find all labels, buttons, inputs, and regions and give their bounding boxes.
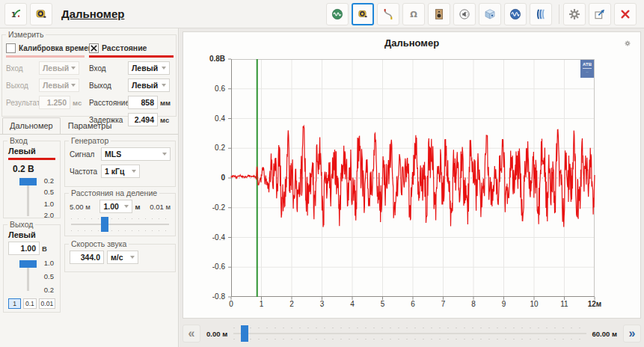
chevron-down-icon	[71, 84, 76, 87]
x-axis-labels: 0123456789101112м	[231, 300, 595, 310]
output-group-label: Выход	[7, 220, 35, 229]
tab-parameters[interactable]: Параметры	[61, 117, 120, 134]
scroll-right-button[interactable]: »	[623, 325, 641, 343]
scroll-track[interactable]	[233, 325, 586, 342]
range-button-1[interactable]: 1	[8, 298, 21, 309]
tool-sine-button[interactable]	[504, 3, 527, 25]
input-group: Вход Левый 0.2 В 0.2 0.5 1.0 2.0	[3, 141, 61, 218]
tool-3d-button[interactable]	[479, 3, 501, 25]
chart-settings-button[interactable]	[620, 36, 635, 51]
scroll-left-button[interactable]: «	[183, 325, 200, 343]
window-icon-button[interactable]	[30, 3, 52, 25]
tool-speaker-button[interactable]	[428, 3, 450, 25]
app-logo-button[interactable]	[4, 3, 27, 25]
y-tick-label: -0.4	[212, 233, 225, 242]
slider-track[interactable]	[71, 224, 169, 225]
wave-circle-icon	[331, 5, 343, 23]
distance-output-select[interactable]: Левый	[128, 79, 170, 92]
settings-button[interactable]	[563, 3, 586, 25]
tool-polar-button[interactable]	[453, 3, 476, 25]
gear-icon	[625, 37, 631, 49]
distance-checkbox[interactable]	[89, 43, 99, 53]
x-tick-label: 4	[343, 300, 361, 308]
scroll-track-line	[233, 333, 586, 334]
tool-cable-button[interactable]	[377, 3, 399, 25]
output-level-slider[interactable]: 1.0 0.5 0.2	[8, 260, 55, 294]
scroll-handle[interactable]	[241, 325, 248, 342]
close-button[interactable]	[614, 3, 637, 25]
tick-label: 0.2	[44, 177, 54, 185]
chevron-down-icon	[162, 67, 166, 70]
scroll-end-label: 60.00 м	[592, 330, 617, 338]
distance-underline	[89, 55, 174, 58]
field-label: Вход	[89, 64, 128, 73]
x-tick-label: 8	[464, 300, 482, 308]
slider-handle[interactable]	[19, 260, 37, 268]
cube-3d-icon	[484, 5, 496, 23]
range-button-0.1[interactable]: 0.1	[23, 298, 37, 309]
division-max: 0.01 м	[150, 203, 171, 211]
input-value: 858	[141, 98, 154, 107]
calibration-input-select[interactable]: Левый	[39, 61, 79, 75]
measure-group: Измерить Калибровка времени Вход Левый В…	[1, 34, 177, 117]
tab-rangefinder[interactable]: Дальномер	[2, 117, 61, 134]
calibration-output-select[interactable]: Левый	[39, 79, 79, 92]
calibration-result-input[interactable]: 1.250	[39, 96, 70, 109]
distance-input-select[interactable]: Левый	[128, 61, 170, 75]
polar-response-icon	[459, 5, 470, 23]
chevron-down-icon	[162, 153, 167, 156]
field-row: Выход Левый	[6, 79, 85, 92]
tick-label: 2.0	[44, 212, 54, 219]
speed-input[interactable]: 344.0	[70, 251, 104, 264]
input-value: 1.250	[47, 98, 67, 107]
plot-area[interactable]: АТВ ··	[231, 59, 595, 297]
speed-unit-select[interactable]: м/с	[107, 251, 138, 264]
select-value: 1.00	[103, 202, 118, 211]
tool-waterfall-button[interactable]	[530, 3, 552, 25]
division-slider[interactable]	[70, 217, 171, 232]
omega-icon	[408, 5, 420, 23]
select-value: Левый	[132, 81, 158, 90]
select-value: м/с	[111, 253, 123, 262]
field-row: Расстояние 858 мм	[89, 96, 174, 109]
calibration-checkbox[interactable]	[6, 43, 16, 53]
tool-impedance-button[interactable]	[402, 3, 425, 25]
speed-group: Скорость звука 344.0 м/с	[64, 244, 176, 272]
close-icon	[619, 5, 631, 23]
tool-wave-button[interactable]	[326, 3, 349, 25]
scroll-dots	[233, 339, 586, 340]
field-label: Частота	[70, 168, 101, 176]
app-logo-icon	[10, 5, 22, 23]
delay-value-input[interactable]: 2.494	[128, 113, 158, 126]
chart-card: Дальномер 0.8В0.60.40.20-0.2-0.4-0.6-0.8…	[183, 31, 641, 319]
division-row: 5.00 м 1.00 м 0.01 м	[70, 200, 171, 213]
waveform-chart	[231, 59, 595, 297]
select-value: Левый	[132, 64, 158, 73]
y-tick-label: -0.2	[212, 203, 225, 212]
chart-panel: Дальномер 0.8В0.60.40.20-0.2-0.4-0.6-0.8…	[180, 28, 644, 347]
export-button[interactable]	[589, 3, 611, 25]
slider-track[interactable]	[27, 180, 29, 216]
input-level-slider[interactable]: 0.2 0.5 1.0 2.0	[8, 177, 55, 219]
output-level-input[interactable]: 1.00	[8, 242, 40, 255]
watermark-badge: АТВ ··	[580, 60, 594, 78]
y-tick-label: 0.4	[215, 114, 225, 123]
tool-rangefinder-button[interactable]	[352, 3, 374, 25]
chevron-down-icon	[71, 67, 76, 70]
watermark-sub: ··	[580, 70, 594, 74]
y-tick-label: 0	[221, 174, 225, 182]
left-panel: Измерить Калибровка времени Вход Левый В…	[0, 28, 179, 347]
range-button-0.01[interactable]: 0.01	[39, 298, 55, 309]
output-group: Выход Левый 1.00 В 1.0 0.5 0.2 1 0.1 0.0…	[3, 224, 61, 313]
frequency-row: Частота 1 кГц	[70, 165, 171, 178]
frequency-select[interactable]: 1 кГц	[101, 165, 140, 178]
division-select[interactable]: 1.00	[99, 200, 132, 213]
speaker-icon	[433, 5, 445, 23]
signal-select[interactable]: MLS	[101, 147, 171, 161]
distance-value-input[interactable]: 858	[128, 96, 158, 109]
slider-handle[interactable]	[101, 217, 108, 232]
toolbar-divider	[559, 4, 559, 24]
field-label: Выход	[89, 82, 128, 90]
x-tick-label: 12м	[586, 300, 604, 308]
slider-handle[interactable]	[19, 178, 37, 185]
